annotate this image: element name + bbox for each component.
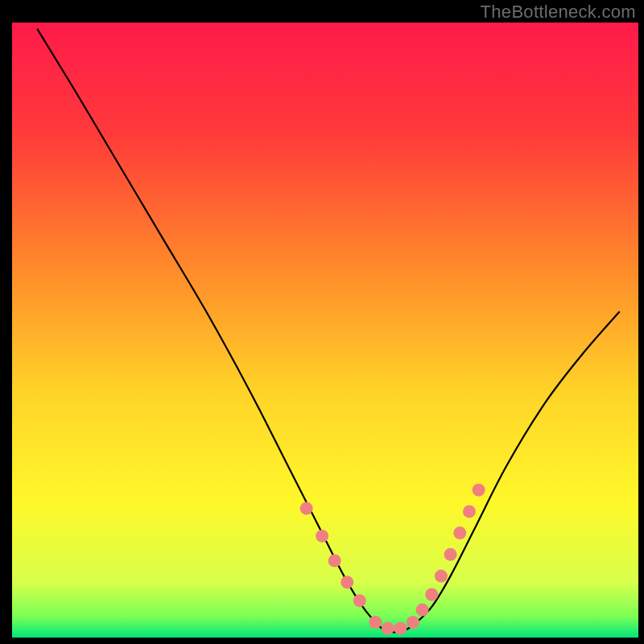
marker-dot xyxy=(463,505,476,518)
marker-dot xyxy=(353,594,366,607)
marker-dot xyxy=(369,616,382,629)
marker-dot xyxy=(341,576,353,588)
marker-dot xyxy=(473,484,485,497)
marker-dot xyxy=(453,526,466,539)
marker-dot xyxy=(300,502,313,515)
marker-dot xyxy=(444,548,457,561)
marker-dot xyxy=(407,616,419,629)
marker-dot xyxy=(416,604,429,617)
marker-dot xyxy=(316,530,328,543)
chart-frame: TheBottleneck.com xyxy=(0,0,644,644)
marker-dot xyxy=(435,570,448,583)
marker-dot xyxy=(425,588,438,601)
watermark-text: TheBottleneck.com xyxy=(481,2,636,23)
plot-background xyxy=(12,23,638,638)
marker-dot xyxy=(328,555,341,568)
marker-dot xyxy=(394,622,407,635)
marker-dot xyxy=(382,622,394,635)
bottleneck-chart xyxy=(0,0,644,644)
